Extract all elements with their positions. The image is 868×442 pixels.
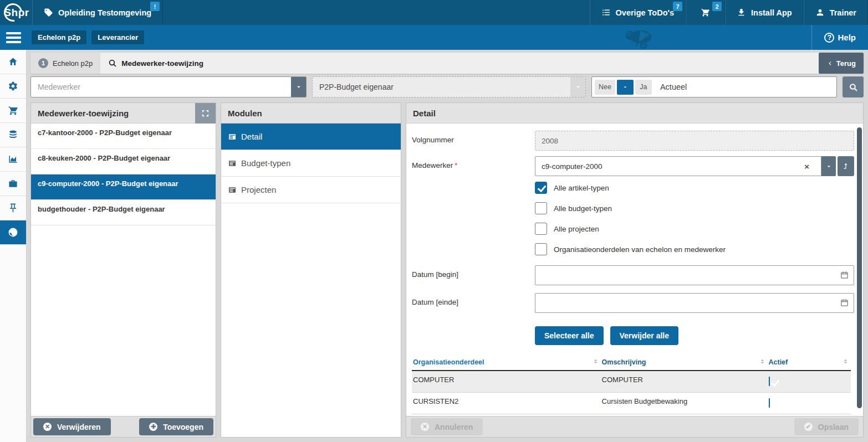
sidebar-item-business[interactable]: [0, 172, 26, 196]
back-button[interactable]: Terug: [819, 53, 864, 74]
verwijder-alle-button[interactable]: Verwijder alle: [610, 326, 679, 345]
medewerker-filter-select[interactable]: Medewerker: [30, 76, 307, 97]
checkbox-row: Alle budget-typen: [535, 202, 854, 214]
verwijderen-button[interactable]: ✕ Verwijderen: [33, 418, 111, 435]
module-item-projecten[interactable]: Projecten: [221, 177, 401, 203]
cell-organisatieonderdeel: CURSISTEN2: [412, 392, 601, 414]
application-window: Shpr Opleiding Testomgeving ! Overige To…: [0, 0, 868, 442]
toevoegen-button[interactable]: ✚ Toevoegen: [139, 418, 213, 435]
role-filter-select[interactable]: P2P-Budget eigenaar: [312, 76, 586, 97]
column-organisatieonderdeel[interactable]: Organisatieonderdeel: [412, 354, 601, 371]
chevron-left-icon: [826, 60, 834, 67]
organisatieonderdelen-checkbox[interactable]: [535, 243, 547, 255]
app-logo[interactable]: Shpr: [0, 0, 32, 25]
datum-begin-field[interactable]: [535, 265, 854, 285]
selecteer-alle-button[interactable]: Selecteer alle: [535, 326, 604, 345]
cart-button[interactable]: 2: [686, 0, 725, 25]
cell-actief: [768, 371, 851, 392]
sidebar-item-home[interactable]: [0, 50, 26, 74]
nav-bar: Echelon p2p Leverancier ? Help: [0, 25, 868, 50]
sidebar-item-settings[interactable]: [0, 74, 26, 99]
user-menu[interactable]: Trainer: [804, 0, 868, 25]
sort-icon[interactable]: [843, 358, 849, 366]
search-button[interactable]: [843, 76, 864, 97]
expand-button[interactable]: [195, 103, 216, 124]
workspace: 1 Echelon p2p Medewerker-toewijzing Teru…: [0, 50, 868, 442]
column-actief[interactable]: Actief: [768, 354, 851, 371]
table-row[interactable]: COMPUTER COMPUTER: [412, 371, 851, 392]
nav-tag-echelon[interactable]: Echelon p2p: [32, 30, 86, 44]
alle-artikel-typen-checkbox[interactable]: [535, 182, 547, 194]
module-item-detail[interactable]: Detail: [221, 124, 401, 150]
tag-icon: [44, 8, 53, 17]
pin-icon: [8, 203, 18, 213]
sidebar-item-pinned[interactable]: [0, 196, 26, 220]
medewerker-select[interactable]: c9-computer-2000 ×: [535, 156, 821, 176]
actief-checkbox[interactable]: [769, 398, 770, 408]
sort-icon[interactable]: [593, 358, 599, 366]
breadcrumb-step-label: Echelon p2p: [53, 59, 93, 68]
column-omschrijving[interactable]: Omschrijving: [601, 354, 768, 371]
detail-panel-title: Detail: [413, 109, 436, 118]
toggle-neutral[interactable]: -: [617, 80, 634, 95]
medewerker-toewijzing-panel: Medewerker-toewijzing c7-kantoor-2000 - …: [30, 102, 216, 438]
actief-checkbox[interactable]: [769, 377, 770, 386]
sidebar-rail: [0, 50, 27, 442]
cell-organisatieonderdeel: COMPUTER: [412, 371, 601, 392]
todos-button[interactable]: Overige ToDo's 7: [590, 0, 686, 25]
checkbox-row: Organisatieonderdelen van echelon en med…: [535, 243, 854, 255]
scrollbar-thumb[interactable]: [857, 127, 862, 408]
medewerker-label: Medewerker*: [412, 156, 535, 176]
sidebar-item-reports[interactable]: [0, 147, 26, 172]
table-row[interactable]: CURSISTEN2 Cursisten Budgetbewaking: [412, 392, 851, 414]
list-item[interactable]: c8-keuken-2000 - P2P-Budget eigenaar: [31, 149, 216, 174]
top-bar: Shpr Opleiding Testomgeving ! Overige To…: [0, 0, 868, 25]
datum-einde-field[interactable]: [535, 293, 854, 313]
annuleren-button[interactable]: ✕ Annuleren: [411, 418, 483, 435]
module-icon: [228, 132, 237, 141]
list-panel-header: Medewerker-toewijzing: [31, 103, 216, 124]
menu-icon[interactable]: [0, 32, 27, 43]
list-panel-footer: ✕ Verwijderen ✚ Toevoegen: [31, 416, 216, 437]
chevron-down-icon[interactable]: [291, 77, 306, 97]
chameleon-graphic: [620, 25, 663, 50]
sidebar-item-global[interactable]: [0, 220, 26, 245]
toggle-ja[interactable]: Ja: [635, 80, 652, 95]
cart-icon: [8, 105, 18, 116]
globe-icon: [8, 227, 18, 238]
module-item-budget-typen[interactable]: Budget-typen: [221, 150, 401, 177]
user-label: Trainer: [830, 8, 856, 17]
module-label: Projecten: [241, 185, 276, 194]
toggle-nee[interactable]: Nee: [595, 80, 615, 95]
clear-icon[interactable]: ×: [799, 162, 815, 171]
opslaan-label: Opslaan: [818, 423, 849, 431]
chevron-down-icon[interactable]: [821, 156, 836, 176]
sort-icon[interactable]: [759, 358, 765, 366]
calendar-icon[interactable]: [840, 271, 849, 281]
list-panel-body: c7-kantoor-2000 - P2P-Budget eigenaar c8…: [31, 124, 216, 416]
list-item-selected[interactable]: c9-computer-2000 - P2P-Budget eigenaar: [31, 174, 216, 200]
nav-tag-leverancier[interactable]: Leverancier: [91, 30, 144, 44]
circle-x-icon: ✕: [421, 423, 429, 431]
list-item[interactable]: c7-kantoor-2000 - P2P-Budget eigenaar: [31, 124, 216, 149]
open-record-button[interactable]: [838, 156, 854, 176]
modules-panel-header: Modulen: [221, 103, 401, 124]
gear-icon: [8, 81, 18, 91]
help-button[interactable]: ? Help: [811, 25, 868, 50]
sidebar-item-procurement[interactable]: [0, 99, 26, 123]
cell-omschrijving: Cursisten Budgetbewaking: [601, 392, 768, 414]
environment-badge: !: [150, 2, 160, 11]
environment-selector[interactable]: Opleiding Testomgeving !: [32, 0, 163, 25]
alle-budget-typen-checkbox[interactable]: [535, 202, 547, 214]
sidebar-item-data[interactable]: [0, 123, 26, 147]
cart-badge: 2: [712, 2, 722, 11]
breadcrumb-current-page: Medewerker-toewijzing: [100, 53, 211, 74]
list-item[interactable]: budgethouder - P2P-Budget eigenaar: [31, 200, 216, 225]
install-app-button[interactable]: Install App: [725, 0, 804, 25]
calendar-icon[interactable]: [840, 299, 849, 309]
annuleren-label: Annuleren: [435, 423, 473, 431]
opslaan-button[interactable]: ✔ Opslaan: [794, 418, 859, 435]
alle-projecten-checkbox[interactable]: [535, 223, 547, 235]
module-label: Detail: [241, 132, 262, 141]
breadcrumb-step-echelon[interactable]: 1 Echelon p2p: [30, 53, 100, 74]
